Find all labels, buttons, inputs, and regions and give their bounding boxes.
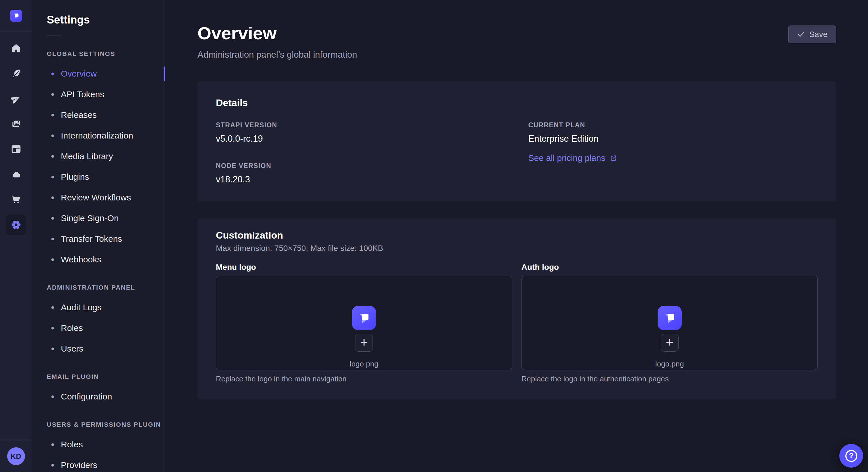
subnav-item-admin-roles[interactable]: Roles <box>32 318 165 338</box>
page-title: Overview <box>197 23 357 43</box>
bullet-icon <box>51 327 54 330</box>
subnav-title: Settings <box>32 13 165 26</box>
page-header: Overview Administration panel’s global i… <box>197 0 836 60</box>
menu-logo-dropzone[interactable]: + logo.png <box>216 276 513 370</box>
subnav-item-email-configuration[interactable]: Configuration <box>32 386 165 407</box>
section-global-settings: GLOBAL SETTINGS Overview API Tokens Rele… <box>32 50 165 270</box>
section-users-permissions-plugin: USERS & PERMISSIONS PLUGIN Roles Provide… <box>32 421 165 472</box>
nav-media-library-icon[interactable] <box>0 111 32 136</box>
auth-logo-label: Auth logo <box>522 262 818 272</box>
field-label: STRAPI VERSION <box>216 121 505 129</box>
subnav-item-plugins[interactable]: Plugins <box>32 167 165 187</box>
nav-content-manager-icon[interactable] <box>0 136 32 162</box>
bullet-icon <box>51 347 54 350</box>
user-avatar[interactable]: KD <box>7 447 25 465</box>
bullet-icon <box>51 217 54 220</box>
nav-deploy-cloud-icon[interactable] <box>0 162 32 187</box>
save-button[interactable]: Save <box>788 26 836 43</box>
strapi-version-field: STRAPI VERSION v5.0.0-rc.19 <box>216 121 505 144</box>
section-label: GLOBAL SETTINGS <box>32 50 165 58</box>
subnav-item-single-sign-on[interactable]: Single Sign-On <box>32 208 165 229</box>
menu-logo-filename: logo.png <box>350 360 378 369</box>
bullet-icon <box>51 396 54 398</box>
auth-logo-preview <box>658 306 682 330</box>
node-version-field: NODE VERSION v18.20.3 <box>216 162 505 185</box>
bullet-icon <box>51 134 54 137</box>
section-administration-panel: ADMINISTRATION PANEL Audit Logs Roles Us… <box>32 283 165 359</box>
external-link-icon <box>610 154 617 162</box>
page-subtitle: Administration panel’s global informatio… <box>197 49 357 60</box>
bullet-icon <box>51 443 54 446</box>
menu-logo-preview <box>352 306 376 330</box>
bullet-icon <box>51 238 54 240</box>
subnav-item-review-workflows[interactable]: Review Workflows <box>32 187 165 208</box>
bullet-icon <box>51 114 54 116</box>
sidebar-footer: KD <box>0 440 32 472</box>
subnav-item-up-roles[interactable]: Roles <box>32 434 165 455</box>
settings-active-pill <box>6 214 26 235</box>
strapi-logo[interactable] <box>10 10 22 22</box>
subnav-divider <box>48 36 61 36</box>
brand-block <box>0 0 32 32</box>
field-value: v5.0.0-rc.19 <box>216 133 505 144</box>
customization-card-title: Customization <box>216 229 818 241</box>
check-icon <box>797 30 805 38</box>
bullet-icon <box>51 464 54 467</box>
details-card-title: Details <box>216 97 818 108</box>
field-value: Enterprise Edition <box>528 133 818 144</box>
subnav-item-releases[interactable]: Releases <box>32 105 165 125</box>
customization-constraints: Max dimension: 750×750, Max file size: 1… <box>216 243 818 253</box>
bullet-icon <box>51 176 54 178</box>
subnav-item-overview[interactable]: Overview <box>32 63 165 84</box>
strapi-mark-icon <box>356 310 371 326</box>
auth-logo-dropzone[interactable]: + logo.png <box>522 276 818 370</box>
change-auth-logo-button[interactable]: + <box>661 334 679 351</box>
bullet-icon <box>51 93 54 96</box>
auth-logo-filename: logo.png <box>655 360 684 369</box>
strapi-mark-icon <box>12 12 20 20</box>
question-mark-icon: ? <box>845 450 857 462</box>
subnav-item-internationalization[interactable]: Internationalization <box>32 125 165 146</box>
subnav-item-media-library[interactable]: Media Library <box>32 146 165 167</box>
subnav-item-api-tokens[interactable]: API Tokens <box>32 84 165 105</box>
field-label: NODE VERSION <box>216 162 505 170</box>
nav-releases-icon[interactable] <box>0 86 32 111</box>
nav-home-icon[interactable] <box>0 36 32 61</box>
field-label: CURRENT PLAN <box>528 121 818 129</box>
nav-marketplace-cart-icon[interactable] <box>0 187 32 212</box>
customization-card: Customization Max dimension: 750×750, Ma… <box>197 218 836 400</box>
bullet-icon <box>51 72 54 75</box>
subnav-item-audit-logs[interactable]: Audit Logs <box>32 297 165 318</box>
details-card: Details STRAPI VERSION v5.0.0-rc.19 NODE… <box>197 81 836 201</box>
bullet-icon <box>51 306 54 309</box>
pricing-plans-link[interactable]: See all pricing plans <box>528 153 618 163</box>
auth-logo-hint: Replace the logo in the authentication p… <box>522 374 818 383</box>
auth-logo-field: Auth logo + logo.png Replace the logo in… <box>522 262 818 383</box>
help-button[interactable]: ? <box>839 444 863 468</box>
subnav-item-up-providers[interactable]: Providers <box>32 455 165 472</box>
subnav-item-transfer-tokens[interactable]: Transfer Tokens <box>32 229 165 249</box>
strapi-mark-icon <box>662 310 677 326</box>
active-indicator <box>164 67 165 81</box>
section-label: ADMINISTRATION PANEL <box>32 283 165 291</box>
main-nav-icons <box>0 36 32 237</box>
section-label: USERS & PERMISSIONS PLUGIN <box>32 421 165 429</box>
nav-content-type-builder-icon[interactable] <box>0 61 32 86</box>
settings-subnav: Settings GLOBAL SETTINGS Overview API To… <box>32 0 165 472</box>
current-plan-field: CURRENT PLAN Enterprise Edition See all … <box>528 121 818 163</box>
menu-logo-field: Menu logo + logo.png Replace the logo in… <box>216 262 513 383</box>
menu-logo-hint: Replace the logo in the main navigation <box>216 374 513 383</box>
bullet-icon <box>51 196 54 199</box>
change-menu-logo-button[interactable]: + <box>355 334 373 351</box>
section-label: EMAIL PLUGIN <box>32 373 165 380</box>
nav-settings-gear-icon[interactable] <box>0 212 32 237</box>
subnav-item-admin-users[interactable]: Users <box>32 338 165 359</box>
main-nav-sidebar: KD <box>0 0 32 472</box>
field-value: v18.20.3 <box>216 174 505 185</box>
bullet-icon <box>51 258 54 261</box>
subnav-item-webhooks[interactable]: Webhooks <box>32 249 165 270</box>
menu-logo-label: Menu logo <box>216 262 513 272</box>
section-email-plugin: EMAIL PLUGIN Configuration <box>32 373 165 407</box>
main-content: Overview Administration panel’s global i… <box>166 0 868 472</box>
bullet-icon <box>51 155 54 158</box>
